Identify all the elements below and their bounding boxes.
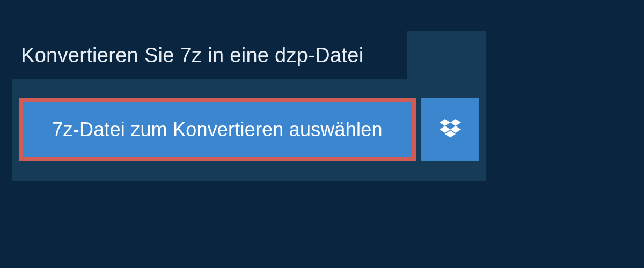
dropbox-icon xyxy=(440,119,461,140)
select-file-button-label: 7z-Datei zum Konvertieren auswählen xyxy=(52,118,382,141)
select-file-button[interactable]: 7z-Datei zum Konvertieren auswählen xyxy=(19,98,416,161)
converter-panel: Konvertieren Sie 7z in eine dzp-Datei 7z… xyxy=(12,31,486,181)
title-bar: Konvertieren Sie 7z in eine dzp-Datei xyxy=(12,31,407,79)
page-title: Konvertieren Sie 7z in eine dzp-Datei xyxy=(21,44,363,67)
dropbox-button[interactable] xyxy=(421,98,479,161)
button-row: 7z-Datei zum Konvertieren auswählen xyxy=(19,98,479,161)
